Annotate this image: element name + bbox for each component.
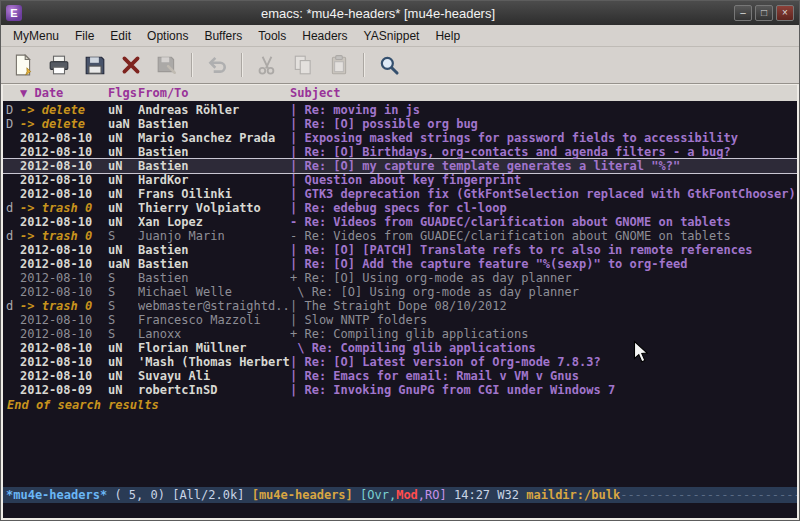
message-from: Bastien — [138, 117, 290, 131]
message-flags: uaN — [108, 257, 138, 271]
message-mark — [6, 355, 20, 369]
message-date: 2012-08-10 — [20, 313, 108, 327]
message-row[interactable]: 2012-08-10uN'Mash (Thomas Herbert)| Re: … — [3, 355, 797, 369]
modeline-segment-plain: ( 5, 0) [All/2.0k] — [114, 488, 251, 502]
buffer-area[interactable]: D-> deleteuNAndreas Röhler| Re: moving i… — [3, 101, 797, 487]
message-mark — [6, 145, 20, 159]
menu-item-buffers[interactable]: Buffers — [196, 26, 250, 46]
message-date: 2012-08-10 — [20, 327, 108, 341]
message-row[interactable]: 2012-08-10SLanoxx+ Re: Compiling glib ap… — [3, 327, 797, 341]
message-row[interactable]: 2012-08-10SFrancesco Mazzoli| Slow NNTP … — [3, 313, 797, 327]
message-subject: | Re: edebug specs for cl-loop — [290, 201, 797, 215]
column-date[interactable]: ▼ Date — [20, 85, 108, 101]
message-row[interactable]: 2012-08-10uNHardKor| Question about key … — [3, 173, 797, 187]
message-row[interactable]: d-> trash 0uNThierry Volpiatto| Re: edeb… — [3, 201, 797, 215]
message-flags: uN — [108, 355, 138, 369]
message-from: Bastien — [138, 243, 290, 257]
message-flags: S — [108, 285, 138, 299]
message-mark — [6, 215, 20, 229]
message-from: Bastien — [138, 145, 290, 159]
message-mark: d — [6, 299, 20, 313]
message-date: 2012-08-10 — [20, 271, 108, 285]
message-mark — [6, 285, 20, 299]
maximize-button[interactable]: □ — [755, 5, 773, 21]
column-subject[interactable]: Subject — [290, 85, 797, 101]
message-date: 2012-08-10 — [20, 243, 108, 257]
message-date: 2012-08-10 — [20, 285, 108, 299]
message-row[interactable]: 2012-08-10uaNBastien| Re: [O] Add the ca… — [3, 257, 797, 271]
message-date: -> delete — [20, 103, 108, 117]
message-row[interactable]: d-> trash 0SJuanjo Marin- Re: Videos fro… — [3, 229, 797, 243]
message-from: Lanoxx — [138, 327, 290, 341]
close-button[interactable]: × — [776, 5, 794, 21]
message-subject: | Re: [O] my capture template generates … — [290, 159, 797, 173]
search-button[interactable] — [374, 50, 404, 80]
message-date: 2012-08-10 — [20, 369, 108, 383]
message-date: 2012-08-09 — [20, 383, 108, 397]
message-mark — [6, 341, 20, 355]
message-row[interactable]: 2012-08-10uNBastien| Re: [O] [PATCH] Tra… — [3, 243, 797, 257]
message-mark — [6, 159, 20, 173]
menu-item-tools[interactable]: Tools — [250, 26, 294, 46]
kill-buffer-button[interactable] — [116, 50, 146, 80]
message-subject: - Re: Videos from GUADEC/clarification a… — [290, 215, 797, 229]
message-row[interactable]: d-> trash 0Swebmaster@straightd...| The … — [3, 299, 797, 313]
window-controls: –□× — [734, 5, 794, 21]
new-file-button[interactable] — [8, 50, 38, 80]
emacs-window: E emacs: *mu4e-headers* [mu4e-headers] –… — [0, 0, 800, 521]
message-row[interactable]: 2012-08-10uNXan Lopez- Re: Videos from G… — [3, 215, 797, 229]
message-subject: | Re: Emacs for email: Rmail v VM v Gnus — [290, 369, 797, 383]
message-row[interactable]: 2012-08-10SBastien+ Re: [O] Using org-mo… — [3, 271, 797, 285]
message-date: 2012-08-10 — [20, 173, 108, 187]
menu-item-file[interactable]: File — [67, 26, 102, 46]
copy-button — [288, 50, 318, 80]
message-mark — [6, 187, 20, 201]
message-row[interactable]: 2012-08-10uNBastien| Re: [O] my capture … — [3, 159, 797, 173]
message-mark: D — [6, 117, 20, 131]
message-subject: + Re: Compiling glib applications — [290, 327, 797, 341]
message-row[interactable]: D-> deleteuaNBastien| Re: [O] possible o… — [3, 117, 797, 131]
title-bar[interactable]: E emacs: *mu4e-headers* [mu4e-headers] –… — [1, 1, 799, 25]
message-subject: | Slow NNTP folders — [290, 313, 797, 327]
message-subject: | Question about key fingerprint — [290, 173, 797, 187]
save-button[interactable] — [80, 50, 110, 80]
message-mark — [6, 173, 20, 187]
menu-item-mymenu[interactable]: MyMenu — [5, 26, 67, 46]
message-row[interactable]: 2012-08-09uNrobertcInSD| Re: Invoking Gn… — [3, 383, 797, 397]
menu-item-help[interactable]: Help — [427, 26, 468, 46]
modeline-segment-plain: 14:27 W32 — [447, 488, 526, 502]
message-row[interactable]: 2012-08-10uNSuvayu Ali| Re: Emacs for em… — [3, 369, 797, 383]
message-from: 'Mash (Thomas Herbert) — [138, 355, 290, 369]
message-mark — [6, 271, 20, 285]
message-flags: uN — [108, 131, 138, 145]
echo-area[interactable] — [3, 503, 797, 518]
column-from[interactable]: From/To — [138, 85, 290, 101]
message-from: Frans Oilinki — [138, 187, 290, 201]
message-row[interactable]: 2012-08-10uNMario Sanchez Prada| Exposin… — [3, 131, 797, 145]
message-row[interactable]: 2012-08-10uNFlorian Müllner \ Re: Compil… — [3, 341, 797, 355]
headers-header-line: ▼ Date Flgs From/To Subject — [3, 85, 797, 101]
menu-item-yasnippet[interactable]: YASnippet — [356, 26, 428, 46]
buffer-frame: ▼ Date Flgs From/To Subject D-> deleteuN… — [1, 84, 799, 520]
minimize-button[interactable]: – — [734, 5, 752, 21]
message-row[interactable]: D-> deleteuNAndreas Röhler| Re: moving i… — [3, 103, 797, 117]
toolbar-separator — [241, 53, 243, 77]
menu-item-options[interactable]: Options — [139, 26, 196, 46]
modeline-segment-mod: Mod — [396, 488, 418, 502]
message-row[interactable]: 2012-08-10SMichael Welle \ Re: [O] Using… — [3, 285, 797, 299]
mode-line[interactable]: *mu4e-headers* ( 5, 0) [All/2.0k] [mu4e-… — [3, 487, 797, 503]
message-row[interactable]: 2012-08-10uNBastien| Re: [O] Birthdays, … — [3, 145, 797, 159]
message-from: Michael Welle — [138, 285, 290, 299]
print-button[interactable] — [44, 50, 74, 80]
message-subject: | Re: Invoking GnuPG from CGI under Wind… — [290, 383, 797, 397]
message-mark: D — [6, 103, 20, 117]
menu-item-edit[interactable]: Edit — [102, 26, 139, 46]
message-flags: S — [108, 299, 138, 313]
message-from: HardKor — [138, 173, 290, 187]
column-flags[interactable]: Flgs — [108, 85, 138, 101]
message-flags: uN — [108, 173, 138, 187]
message-subject: | Exposing masked strings for password f… — [290, 131, 797, 145]
menu-item-headers[interactable]: Headers — [294, 26, 355, 46]
message-row[interactable]: 2012-08-10uNFrans Oilinki| GTK3 deprecat… — [3, 187, 797, 201]
toolbar-separator — [191, 53, 193, 77]
